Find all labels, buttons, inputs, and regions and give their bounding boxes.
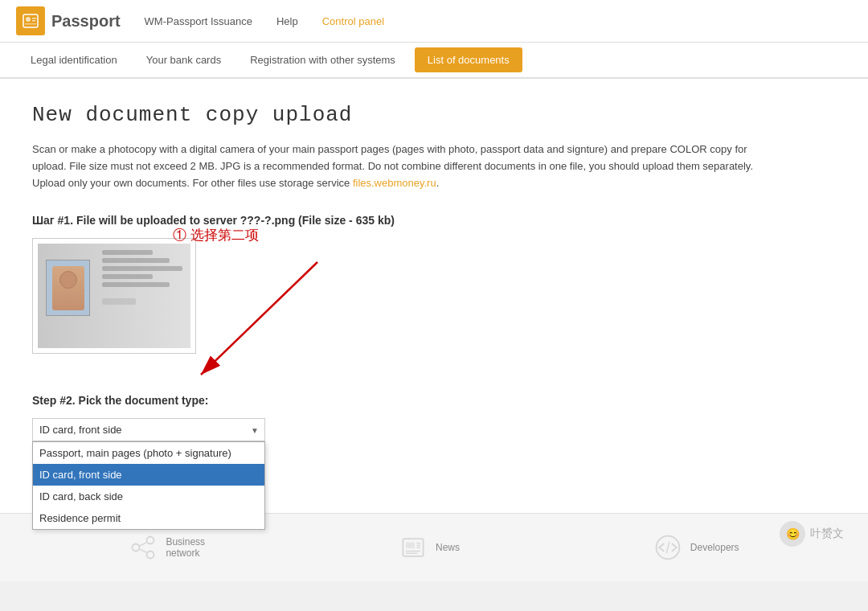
step1-num: Шаг #1. xyxy=(32,214,73,227)
step2-label: Step #2. Pick the document type: xyxy=(32,394,836,407)
description: Scan or make a photocopy with a digital … xyxy=(32,141,755,191)
footer-news: News xyxy=(399,533,460,562)
id-text-line xyxy=(102,266,182,271)
main-content: New document copy upload Scan or make a … xyxy=(0,79,868,513)
subnav-registration[interactable]: Registration with other systems xyxy=(235,43,410,77)
top-nav-links: WM-Passport Issuance Help Control panel xyxy=(145,15,852,27)
step1-section: Шаг #1. File will be uploaded to server … xyxy=(32,214,836,370)
id-card-image xyxy=(38,244,190,348)
nav-wm-passport[interactable]: WM-Passport Issuance xyxy=(145,15,252,27)
nav-help[interactable]: Help xyxy=(276,15,298,27)
id-text-line xyxy=(102,274,153,279)
id-barcode xyxy=(102,298,136,305)
files-link[interactable]: files.webmoney.ru xyxy=(353,177,436,189)
subnav-legal[interactable]: Legal identification xyxy=(16,43,132,77)
annotation-text: ① 选择第二项 xyxy=(173,226,259,244)
id-text-line xyxy=(102,258,170,263)
footer-developers-label: Developers xyxy=(690,542,739,553)
business-network-icon xyxy=(129,533,158,562)
document-type-dropdown[interactable]: Passport, main pages (photo + signature)… xyxy=(32,418,265,441)
id-card-wrapper xyxy=(32,238,196,354)
document-type-select[interactable]: Passport, main pages (photo + signature)… xyxy=(32,418,265,441)
dropdown-item-id-back[interactable]: ID card, back side xyxy=(33,486,264,507)
svg-line-20 xyxy=(666,542,669,553)
news-icon xyxy=(399,533,428,562)
svg-rect-13 xyxy=(406,543,415,548)
svg-line-10 xyxy=(140,543,147,547)
subnav-bank-cards[interactable]: Your bank cards xyxy=(132,43,235,77)
step1-text: File will be uploaded to server ???-?.pn… xyxy=(76,214,395,227)
id-photo-face xyxy=(52,266,84,310)
footer-business: Businessnetwork xyxy=(129,533,205,562)
id-photo-area xyxy=(46,260,90,316)
svg-rect-3 xyxy=(32,20,35,22)
nav-control-panel[interactable]: Control panel xyxy=(322,15,384,27)
id-text-area xyxy=(98,244,190,348)
step2-num: Step #2. xyxy=(32,394,76,407)
svg-line-6 xyxy=(201,262,317,375)
sub-nav: Legal identification Your bank cards Reg… xyxy=(0,43,868,79)
watermark: 😊 叶赟文 xyxy=(780,521,844,547)
watermark-icon: 😊 xyxy=(780,521,805,547)
subnav-list-documents[interactable]: List of documents xyxy=(415,47,522,72)
dropdown-list: Passport, main pages (photo + signature)… xyxy=(32,441,265,530)
svg-line-11 xyxy=(140,549,147,553)
id-card-inner xyxy=(38,244,190,348)
step2-section: Step #2. Pick the document type: Passpor… xyxy=(32,394,836,481)
footer-business-label: Businessnetwork xyxy=(166,536,205,559)
page-title: New document copy upload xyxy=(32,103,836,127)
watermark-text: 叶赟文 xyxy=(810,527,844,541)
svg-point-1 xyxy=(26,17,31,22)
logo-text: Passport xyxy=(51,12,121,31)
step1-label: Шаг #1. File will be uploaded to server … xyxy=(32,214,836,227)
step2-text: Pick the document type: xyxy=(79,394,209,407)
page-wrapper: Passport WM-Passport Issuance Help Contr… xyxy=(0,0,868,581)
step1-image-area: ① 选择第二项 xyxy=(32,238,196,370)
svg-point-8 xyxy=(147,537,154,544)
id-text-line xyxy=(102,282,170,287)
footer-news-label: News xyxy=(436,542,460,553)
developers-icon xyxy=(653,533,682,562)
svg-point-7 xyxy=(133,544,140,552)
footer-developers: Developers xyxy=(653,533,739,562)
id-text-line xyxy=(102,250,153,255)
svg-rect-2 xyxy=(32,18,36,19)
top-nav: Passport WM-Passport Issuance Help Contr… xyxy=(0,0,868,43)
logo-area: Passport xyxy=(16,6,121,35)
svg-point-9 xyxy=(147,552,154,559)
annotation-arrow xyxy=(161,222,450,399)
passport-logo-icon xyxy=(16,6,45,35)
dropdown-item-passport[interactable]: Passport, main pages (photo + signature) xyxy=(33,442,264,464)
svg-rect-4 xyxy=(25,23,36,25)
dropdown-item-residence[interactable]: Residence permit xyxy=(33,507,264,529)
svg-rect-0 xyxy=(23,14,38,27)
dropdown-item-id-front[interactable]: ID card, front side xyxy=(33,464,264,486)
